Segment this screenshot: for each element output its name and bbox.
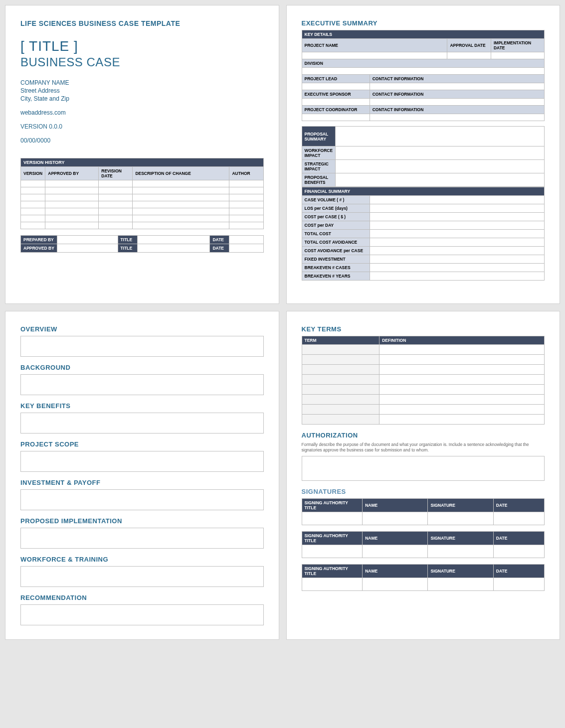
table-row	[302, 114, 545, 121]
sig-auth-title-label: SIGNING AUTHORITY TITLE	[302, 532, 363, 545]
sig-date-label: DATE	[493, 565, 544, 578]
table-row	[302, 405, 545, 415]
recommendation-title: RECOMMENDATION	[20, 594, 264, 601]
signature-block: SIGNING AUTHORITY TITLE NAME SIGNATURE D…	[302, 531, 545, 558]
case-volume-label: CASE VOLUME ( # )	[302, 196, 370, 204]
sig-auth-title-label: SIGNING AUTHORITY TITLE	[302, 565, 363, 578]
table-row	[302, 365, 545, 375]
key-benefits-box	[20, 413, 264, 434]
total-cost-avoidance-value	[370, 238, 544, 247]
prepared-by-label: PREPARED BY	[21, 236, 57, 244]
version-history-table: VERSION HISTORY VERSION APPROVED BY REVI…	[20, 158, 264, 229]
authorization-note: Formally describe the purpose of the doc…	[302, 442, 545, 453]
cost-per-case-value	[370, 213, 544, 221]
proposal-summary-value	[336, 127, 545, 146]
sig-signature-label: SIGNATURE	[428, 499, 493, 512]
strategic-impact-value	[336, 160, 545, 173]
table-row	[21, 187, 264, 194]
key-terms-table: TERM DEFINITION	[302, 336, 545, 425]
sig-date-label: DATE	[493, 532, 544, 545]
term-header: TERM	[302, 336, 379, 345]
company-block: COMPANY NAME Street Address City, State …	[20, 79, 264, 102]
table-row	[302, 355, 545, 365]
breakeven-cases-label: BREAKEVEN # CASES	[302, 264, 370, 272]
total-cost-label: TOTAL COST	[302, 230, 370, 238]
authorization-box	[302, 456, 545, 481]
sig-date-label: DATE	[493, 499, 544, 512]
date-value	[229, 236, 263, 244]
workforce-training-box	[20, 566, 264, 587]
table-row	[21, 222, 264, 229]
proposal-benefits-label: PROPOSAL BENEFITS	[302, 173, 336, 187]
title-label: TITLE	[118, 236, 137, 244]
table-row	[302, 52, 545, 59]
approval-date-label: APPROVAL DATE	[447, 39, 491, 52]
sig-name-label: NAME	[363, 565, 428, 578]
proposed-impl-title: PROPOSED IMPLEMENTATION	[20, 517, 264, 525]
template-name: LIFE SCIENCES BUSINESS CASE TEMPLATE	[20, 19, 264, 27]
case-volume-value	[370, 196, 544, 204]
col-author: AUTHOR	[229, 167, 263, 180]
project-lead-label: PROJECT LEAD	[302, 75, 370, 83]
contact-info-label-2: CONTACT INFORMATION	[370, 90, 544, 99]
key-terms-title: KEY TERMS	[302, 325, 545, 333]
workforce-training-title: WORKFORCE & TRAINING	[20, 556, 264, 563]
cost-per-day-value	[370, 221, 544, 230]
exec-sponsor-label: EXECUTIVE SPONSOR	[302, 90, 370, 99]
table-row	[21, 194, 264, 201]
table-row	[21, 215, 264, 222]
exec-summary-title: EXECUTIVE SUMMARY	[302, 19, 545, 27]
proposed-impl-box	[20, 528, 264, 549]
project-scope-box	[20, 451, 264, 472]
proposal-summary-table: PROPOSAL SUMMARY WORKFORCE IMPACT STRATE…	[302, 126, 545, 187]
main-subtitle: BUSINESS CASE	[20, 55, 264, 69]
proposal-benefits-value	[336, 173, 545, 187]
approved-by-value	[57, 244, 118, 253]
project-scope-title: PROJECT SCOPE	[20, 440, 264, 448]
authorization-title: AUTHORIZATION	[302, 432, 545, 439]
street-address: Street Address	[20, 87, 264, 94]
workforce-impact-label: WORKFORCE IMPACT	[302, 146, 336, 160]
recommendation-box	[20, 604, 264, 625]
cost-avoidance-per-case-label: COST AVOIDANCE per CASE	[302, 247, 370, 255]
title-value-2	[137, 244, 210, 253]
los-per-case-label: LOS per CASE (days)	[302, 204, 370, 213]
sig-signature-label: SIGNATURE	[428, 532, 493, 545]
company-name: COMPANY NAME	[20, 79, 264, 86]
definition-header: DEFINITION	[379, 336, 545, 345]
col-version: VERSION	[21, 167, 45, 180]
signoff-table: PREPARED BY TITLE DATE APPROVED BY TITLE…	[20, 235, 264, 253]
table-row	[302, 415, 545, 425]
key-details-header: KEY DETAILS	[302, 30, 545, 39]
fixed-investment-value	[370, 255, 544, 264]
table-row	[302, 385, 545, 395]
web-address: webaddress.com	[20, 109, 264, 116]
sig-name-label: NAME	[363, 532, 428, 545]
sig-name-label: NAME	[363, 499, 428, 512]
background-box	[20, 374, 264, 395]
financial-summary-table: FINANCIAL SUMMARY CASE VOLUME ( # ) LOS …	[302, 187, 545, 281]
contact-info-label-3: CONTACT INFORMATION	[370, 106, 544, 114]
city-state-zip: City, State and Zip	[20, 95, 264, 102]
table-row	[302, 512, 545, 525]
table-row	[302, 578, 545, 591]
signatures-title: SIGNATURES	[302, 488, 545, 495]
date-label: DATE	[210, 236, 229, 244]
table-row	[21, 208, 264, 215]
total-cost-value	[370, 230, 544, 238]
impl-date-label: IMPLEMENTATION DATE	[491, 39, 544, 52]
overview-title: OVERVIEW	[20, 325, 264, 333]
investment-payoff-box	[20, 489, 264, 510]
page-4-terms-auth: KEY TERMS TERM DEFINITION AUTHORIZATION …	[286, 311, 561, 640]
division-label: DIVISION	[302, 59, 545, 68]
table-row	[302, 83, 545, 90]
overview-box	[20, 336, 264, 357]
cost-per-day-label: COST per DAY	[302, 221, 370, 230]
title-label-2: TITLE	[118, 244, 137, 253]
sig-auth-title-label: SIGNING AUTHORITY TITLE	[302, 499, 363, 512]
table-row	[21, 201, 264, 208]
doc-date: 00/00/0000	[20, 137, 264, 144]
sig-signature-label: SIGNATURE	[428, 565, 493, 578]
date-value-2	[229, 244, 263, 253]
investment-payoff-title: INVESTMENT & PAYOFF	[20, 479, 264, 486]
